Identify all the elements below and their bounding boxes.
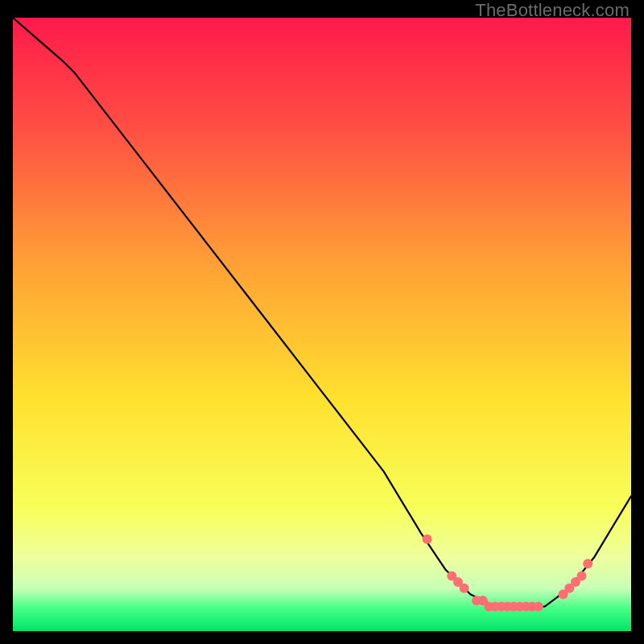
highlight-point [577, 571, 587, 580]
chart-frame [13, 18, 631, 631]
highlight-point [460, 584, 469, 593]
highlight-point [583, 559, 592, 568]
bottleneck-chart [13, 18, 631, 631]
highlight-point [423, 535, 432, 544]
watermark-label: TheBottleneck.com [475, 0, 630, 21]
gradient-background [13, 18, 631, 631]
highlight-point [534, 602, 543, 612]
